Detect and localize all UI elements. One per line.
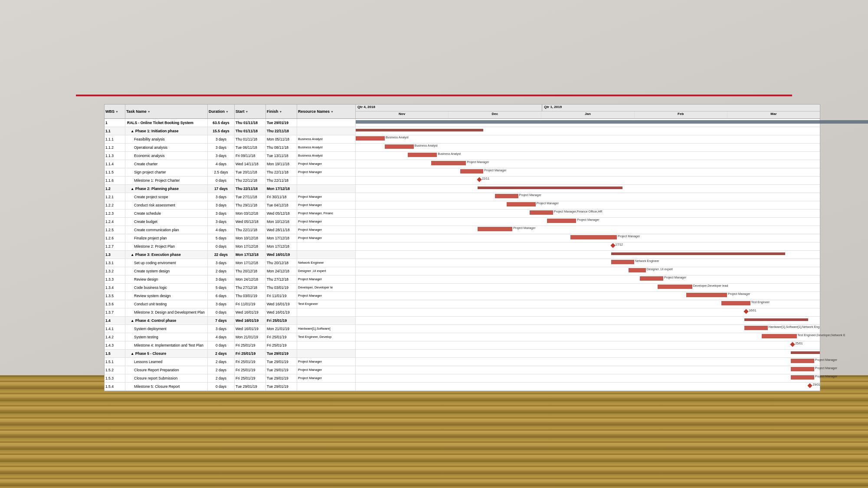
bar-container	[356, 251, 820, 257]
cell-start: Thu 01/11/18	[235, 127, 266, 135]
cell-duration: 3 days	[208, 275, 235, 283]
gantt-bar	[762, 334, 796, 338]
bar-container: Network Engineer	[356, 259, 820, 265]
cell-task: ▲ Phase 5 - Closure	[125, 350, 208, 357]
red-divider-line	[76, 95, 792, 96]
cell-duration: 3 days	[208, 144, 235, 151]
cell-resource	[297, 317, 356, 324]
bar-label: Project Manager	[537, 202, 559, 205]
gantt-bar	[791, 359, 814, 363]
cell-finish: Thu 22/11/18	[266, 127, 297, 135]
cell-start: Tue 27/11/18	[235, 193, 266, 201]
bar-container: 22/11	[356, 177, 820, 183]
bar-container: 16/01	[356, 308, 820, 314]
cell-finish: Mon 21/01/19	[266, 325, 297, 333]
cell-start: Mon 03/12/18	[235, 210, 266, 217]
cell-chart: Project Manager	[356, 218, 820, 226]
table-row: 1.5.4 Milestone 5: Closure Report 0 days…	[105, 383, 820, 391]
cell-duration: 17 days	[208, 185, 235, 193]
cell-wbs: 1.2	[105, 185, 125, 193]
cell-duration: 3 days	[208, 193, 235, 201]
cell-chart: Test Engineer	[356, 300, 820, 308]
cell-resource	[297, 177, 356, 184]
milestone-diamond	[744, 309, 748, 314]
cell-start: Fri 25/01/19	[235, 358, 266, 366]
cell-duration: 3 days	[208, 325, 235, 333]
cell-task: System testing	[125, 333, 208, 341]
cell-resource	[297, 185, 356, 193]
cell-resource	[297, 383, 356, 390]
cell-start: Mon 21/01/19	[235, 333, 266, 341]
cell-chart: Designer ,UI expert	[356, 267, 820, 275]
table-row: 1.2.2 Conduct risk assessment 3 days Thu…	[105, 201, 820, 210]
cell-task: Sign project charter	[125, 168, 208, 176]
cell-task: Review design	[125, 275, 208, 283]
cell-duration: 4 days	[208, 333, 235, 341]
cell-duration: 4 days	[208, 226, 235, 234]
cell-task: Create budget	[125, 218, 208, 226]
cell-wbs: 1.1.2	[105, 144, 125, 151]
cell-wbs: 1.1.1	[105, 135, 125, 143]
table-row: 1.2.6 Finalize project plan 5 days Mon 1…	[105, 234, 820, 242]
cell-duration: 0 days	[208, 383, 235, 390]
cell-wbs: 1.5.3	[105, 374, 125, 382]
cell-wbs: 1.2.4	[105, 218, 125, 226]
cell-duration: 3 days	[208, 201, 235, 209]
table-row: 1.2.5 Create communication plan 4 days T…	[105, 226, 820, 234]
cell-start: Tue 20/11/18	[235, 168, 266, 176]
cell-chart: Test Engineer,Developer,Network E	[356, 333, 820, 341]
cell-resource	[297, 119, 356, 127]
cell-chart: Project Manager	[356, 193, 820, 201]
cell-resource: Test Engineer	[297, 300, 356, 308]
cell-wbs: 1.5.4	[105, 383, 125, 390]
cell-task: Milestone 3: Design and Development Plan	[125, 308, 208, 316]
cell-wbs: 1.2.3	[105, 210, 125, 217]
cell-task: Create system design	[125, 267, 208, 275]
cell-finish: Wed 28/11/18	[266, 226, 297, 234]
cell-task: Conduct unit testing	[125, 300, 208, 308]
table-row: 1.1.5 Sign project charter 2.5 days Tue …	[105, 168, 820, 177]
cell-chart: Project Manager	[356, 201, 820, 209]
bar-container: Test Engineer,Developer,Network E	[356, 333, 820, 339]
cell-duration: 5 days	[208, 234, 235, 242]
cell-finish: Wed 05/12/18	[266, 210, 297, 217]
cell-finish: Thu 22/11/18	[266, 168, 297, 176]
header-duration: Duration ▼	[208, 105, 235, 118]
bar-label: Project Manager	[815, 358, 837, 361]
bar-label: Hardware[1],Software[1],Network Eng	[769, 325, 820, 328]
cell-duration: 4 days	[208, 160, 235, 168]
bar-container: 29/01	[356, 383, 820, 389]
cell-finish: Mon 17/12/18	[266, 242, 297, 250]
cell-duration: 7 days	[208, 317, 235, 324]
cell-finish: Mon 17/12/18	[266, 234, 297, 242]
table-row: 1.1.6 Milestone 1: Project Charter 0 day…	[105, 177, 820, 185]
cell-wbs: 1.3.7	[105, 308, 125, 316]
cell-start: Mon 24/12/18	[235, 275, 266, 283]
cell-chart: Developer,Developer lead	[356, 284, 820, 291]
table-row: 1.2 ▲ Phase 2: Planning phase 17 days Th…	[105, 185, 820, 193]
cell-task: Closure report Submission	[125, 374, 208, 382]
cell-task: Conduct risk assessment	[125, 201, 208, 209]
cell-duration: 0 days	[208, 341, 235, 349]
bar-container	[356, 317, 820, 323]
cell-finish: Fri 25/01/19	[266, 317, 297, 324]
quarter-q4-2018: Qtr 4, 2018	[356, 105, 542, 111]
bar-container: Test Engineer	[356, 300, 820, 306]
cell-chart: Project Manager	[356, 292, 820, 300]
cell-resource: Developer, Developer le	[297, 284, 356, 291]
cell-duration: 0 days	[208, 242, 235, 250]
cell-duration: 3 days	[208, 218, 235, 226]
cell-start: Wed 16/01/19	[235, 317, 266, 324]
cell-chart: 29/01	[356, 383, 820, 390]
cell-resource: Project Manager	[297, 234, 356, 242]
cell-resource: Designer ,UI expert	[297, 267, 356, 275]
bar-label: Project Manager	[519, 193, 541, 197]
cell-start: Wed 05/12/18	[235, 218, 266, 226]
cell-finish: Wed 16/01/19	[266, 251, 297, 259]
cell-duration: 3 days	[208, 259, 235, 267]
cell-duration: 5 days	[208, 284, 235, 291]
cell-chart: 22/11	[356, 177, 820, 184]
cell-wbs: 1.3.2	[105, 267, 125, 275]
table-row: 1.2.1 Create project scope 3 days Tue 27…	[105, 193, 820, 201]
cell-task: Code business logic	[125, 284, 208, 291]
